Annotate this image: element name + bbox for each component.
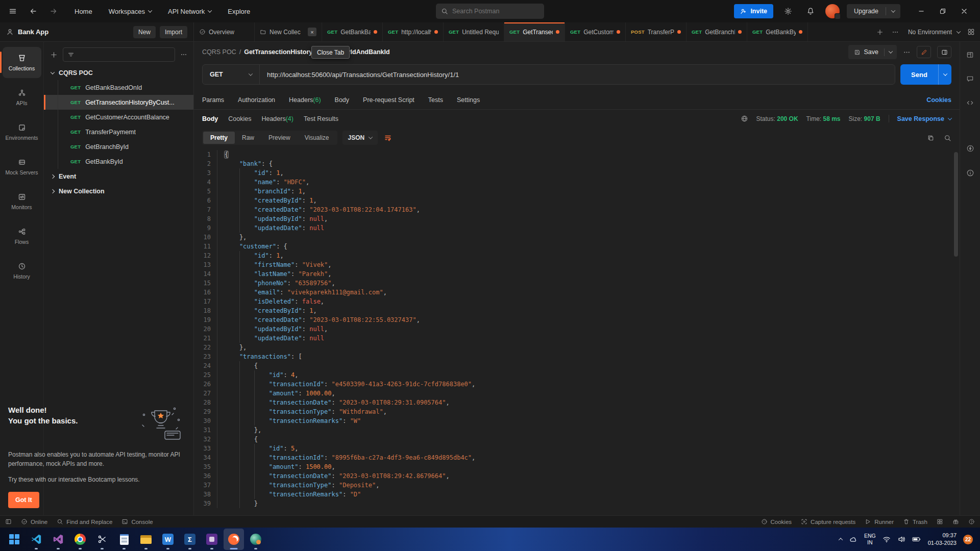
layout-panel-icon[interactable] — [937, 46, 951, 58]
taskbar-file-explorer-icon[interactable] — [136, 529, 156, 550]
response-tab-test-results[interactable]: Test Results — [304, 115, 338, 122]
restore-button[interactable] — [932, 0, 953, 22]
lightning-icon[interactable] — [966, 144, 974, 153]
tab-getbankbas[interactable]: GETGetBankBas — [322, 22, 383, 41]
gear-icon[interactable] — [780, 4, 796, 19]
response-tab-cookies[interactable]: Cookies — [228, 115, 251, 122]
copy-icon[interactable] — [927, 134, 935, 142]
environment-quick-look-icon[interactable] — [967, 28, 975, 36]
send-button[interactable]: Send — [900, 64, 951, 85]
send-chevron-icon[interactable] — [938, 64, 951, 85]
tab-getbranchb[interactable]: GETGetBranchB — [687, 22, 747, 41]
taskbar-browser-icon[interactable] — [246, 529, 266, 550]
method-selector[interactable]: GET — [203, 65, 260, 84]
tree-request-getcustomeraccountbalance[interactable]: GETGetCustomerAccountBalance — [44, 110, 193, 124]
new-button[interactable]: New — [133, 26, 156, 38]
code-snippet-icon[interactable] — [966, 99, 974, 107]
sidebar-item-monitors[interactable]: Monitors — [3, 186, 41, 217]
taskbar-purple-app-icon[interactable] — [202, 529, 222, 550]
tab-options-icon[interactable] — [888, 22, 903, 41]
taskbar-notepad-icon[interactable] — [114, 529, 134, 550]
statusbar-online[interactable]: Online — [21, 518, 47, 525]
documentation-icon[interactable] — [966, 51, 974, 59]
scrollbar-thumb[interactable] — [954, 152, 958, 257]
tab-getbankbyic[interactable]: GETGetBankByIc — [747, 22, 808, 41]
taskbar-start-icon[interactable] — [4, 529, 24, 550]
taskbar-postman-icon[interactable] — [224, 529, 244, 550]
statusbar-panel-button[interactable] — [5, 518, 12, 525]
notification-badge[interactable]: 22 — [963, 535, 973, 544]
language-indicator[interactable]: ENG IN — [864, 533, 876, 545]
add-collection-icon[interactable] — [50, 51, 58, 59]
response-tab-body[interactable]: Body — [202, 115, 218, 122]
global-search[interactable] — [436, 4, 544, 19]
taskbar-word-icon[interactable]: W — [158, 529, 178, 550]
tab-overview[interactable]: Overview — [194, 22, 255, 41]
request-tab-authorization[interactable]: Authorization — [238, 96, 275, 104]
sidebar-item-mock-servers[interactable]: Mock Servers — [3, 151, 41, 182]
nav-item-workspaces[interactable]: Workspaces — [103, 5, 158, 18]
view-tab-visualize[interactable]: Visualize — [298, 132, 336, 144]
workspace-name[interactable]: Bank App — [18, 28, 48, 36]
view-tab-raw[interactable]: Raw — [235, 132, 261, 144]
statusbar-console[interactable]: Console — [121, 518, 153, 525]
environment-selector[interactable]: No Environment — [908, 29, 960, 36]
taskbar-visual-studio-icon[interactable] — [48, 529, 68, 550]
user-avatar[interactable] — [825, 4, 840, 18]
view-tab-preview[interactable]: Preview — [261, 132, 298, 144]
upgrade-button[interactable]: Upgrade — [847, 4, 900, 18]
back-arrow-icon[interactable] — [26, 4, 41, 19]
tree-request-getbranchbyid[interactable]: GETGetBranchById — [44, 139, 193, 154]
sidebar-item-apis[interactable]: APIs — [3, 82, 41, 113]
save-chevron-icon[interactable] — [885, 45, 897, 59]
globe-icon[interactable] — [741, 115, 748, 122]
response-body-viewer[interactable]: 1{2"bank": {3"id": 1,4"name": "HDFC",5"b… — [194, 148, 960, 515]
search-input[interactable] — [452, 8, 529, 15]
taskbar-clock[interactable]: 09:37 01-03-2023 — [928, 532, 957, 547]
tree-request-getbankbasedonid[interactable]: GETGetBankBasedOnId — [44, 80, 193, 95]
tab-transferpay[interactable]: POSTTransferPay — [626, 22, 687, 41]
onedrive-cloud-icon[interactable] — [849, 535, 857, 544]
chevron-right-icon[interactable] — [51, 189, 55, 193]
save-response-button[interactable]: Save Response — [897, 115, 951, 122]
tab-getcustome[interactable]: GETGetCustome — [565, 22, 626, 41]
response-tab-headers[interactable]: Headers(4) — [261, 115, 293, 122]
request-tab-pre-request-script[interactable]: Pre-request Script — [363, 96, 414, 104]
statusbar-gift-button[interactable] — [952, 518, 959, 525]
close-tab-icon[interactable]: × — [308, 28, 316, 36]
statusbar-trash[interactable]: Trash — [903, 518, 927, 525]
wrap-text-icon[interactable] — [384, 134, 392, 142]
format-selector[interactable]: JSON — [342, 131, 378, 145]
taskbar-sigma-app-icon[interactable]: Σ — [180, 529, 200, 550]
chevron-down-icon[interactable] — [886, 10, 900, 13]
tray-expand-icon[interactable] — [839, 538, 843, 542]
edit-pencil-icon[interactable] — [917, 46, 931, 58]
tree-folder-new-collection[interactable]: New Collection — [44, 184, 193, 198]
invite-button[interactable]: Invite — [734, 4, 773, 18]
tab-gettransect[interactable]: GETGetTransect — [504, 22, 565, 41]
statusbar-find-and-replace[interactable]: Find and Replace — [57, 518, 112, 525]
new-tab-button[interactable] — [872, 22, 888, 41]
bell-icon[interactable] — [803, 4, 818, 19]
wifi-icon[interactable] — [883, 535, 891, 543]
search-response-icon[interactable] — [944, 134, 951, 142]
comment-icon[interactable] — [966, 75, 974, 83]
info-icon[interactable] — [966, 169, 974, 177]
tree-more-icon[interactable] — [180, 51, 187, 58]
nav-item-explore[interactable]: Explore — [222, 5, 256, 18]
request-tab-params[interactable]: Params — [202, 96, 224, 104]
sidebar-item-collections[interactable]: Collections — [3, 47, 41, 78]
import-button[interactable]: Import — [160, 26, 187, 38]
view-tab-pretty[interactable]: Pretty — [203, 132, 235, 144]
breadcrumb-folder[interactable]: CQRS POC — [202, 48, 236, 56]
tree-folder-event[interactable]: Event — [44, 169, 193, 184]
sidebar-item-environments[interactable]: Environments — [3, 116, 41, 147]
hamburger-menu-icon[interactable] — [5, 4, 20, 19]
chevron-right-icon[interactable] — [51, 174, 55, 178]
tree-request-gettransectionhistorybycust[interactable]: GETGetTransectionHistoryByCust... — [44, 95, 193, 110]
tab-untitled-reque[interactable]: GETUntitled Reque — [444, 22, 504, 41]
save-button[interactable]: Save — [848, 45, 897, 59]
sidebar-item-history[interactable]: History — [3, 255, 41, 286]
taskbar-snipping-tool-icon[interactable] — [92, 529, 112, 550]
got-it-button[interactable]: Got It — [8, 492, 39, 508]
